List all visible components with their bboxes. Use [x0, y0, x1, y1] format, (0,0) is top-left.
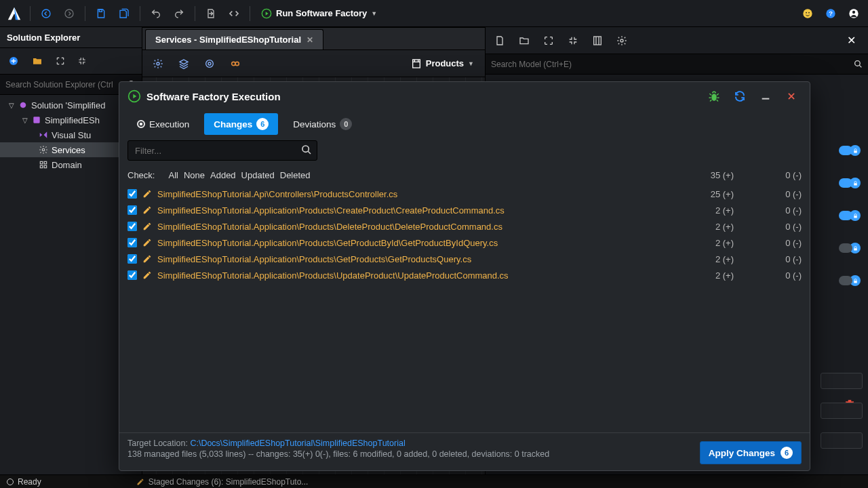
check-updated[interactable]: Updated	[241, 170, 275, 180]
tab-execution[interactable]: Execution	[127, 113, 199, 135]
status-ready: Ready	[0, 477, 48, 487]
code-icon[interactable]	[224, 3, 244, 24]
solution-search-input[interactable]	[5, 80, 127, 89]
forward-icon[interactable]	[59, 3, 79, 24]
file-row[interactable]: SimplifiedEShopTutorial.Application\Prod…	[119, 235, 810, 251]
stop-icon	[137, 120, 145, 128]
svg-point-27	[620, 39, 623, 42]
cloud-lock-icon[interactable]	[837, 142, 863, 159]
file-row[interactable]: SimplifiedEShopTutorial.Application\Prod…	[119, 202, 810, 218]
cloud-lock-icon[interactable]	[837, 240, 863, 256]
save-all-icon[interactable]	[114, 3, 134, 24]
model-search-input[interactable]	[491, 60, 854, 69]
removed-count: 0 (-)	[761, 238, 802, 248]
editor-tab[interactable]: Services - SimplifiedEShopTutorial ✕	[145, 29, 323, 49]
file-path[interactable]: SimplifiedEShopTutorial.Application\Prod…	[157, 254, 471, 264]
pencil-icon	[142, 222, 152, 231]
cloud-lock-icon[interactable]	[837, 175, 863, 191]
refresh-icon[interactable]	[730, 86, 750, 106]
caret-down-icon: ▼	[371, 10, 377, 17]
columns-icon[interactable]	[587, 30, 608, 51]
removed-count: 0 (-)	[761, 205, 802, 216]
software-factory-modal: Software Factory Execution Execution Cha…	[119, 81, 810, 471]
close-modal-icon[interactable]	[781, 86, 802, 106]
file-checkbox[interactable]	[127, 189, 137, 199]
undo-icon[interactable]	[146, 3, 166, 24]
gear-icon[interactable]	[146, 54, 170, 74]
layers-icon[interactable]	[172, 54, 195, 74]
svg-point-22	[208, 62, 211, 65]
collapse-all-icon[interactable]	[563, 30, 583, 51]
app-logo[interactable]	[4, 3, 24, 24]
folder-icon[interactable]	[514, 30, 534, 51]
empty-slot[interactable]	[821, 373, 863, 389]
tab-deviations[interactable]: Deviations0	[283, 113, 361, 135]
back-icon[interactable]	[36, 3, 56, 24]
svg-rect-25	[412, 60, 420, 68]
svg-rect-31	[854, 216, 857, 218]
minimize-icon[interactable]	[755, 86, 776, 106]
export-icon[interactable]	[201, 3, 221, 24]
scope-dropdown[interactable]: Products ▼	[404, 54, 481, 74]
svg-rect-32	[854, 248, 857, 250]
target-label: Target Location:	[127, 439, 190, 448]
file-icon[interactable]	[490, 30, 510, 51]
empty-slot[interactable]	[821, 403, 863, 419]
file-path[interactable]: SimplifiedEShopTutorial.Api\Controllers\…	[157, 189, 397, 199]
link-icon[interactable]	[224, 54, 247, 74]
file-checkbox[interactable]	[127, 254, 137, 264]
add-icon[interactable]	[8, 56, 19, 66]
file-checkbox[interactable]	[127, 205, 137, 215]
ring-icon[interactable]	[198, 54, 221, 74]
expand-all-icon[interactable]	[538, 30, 559, 51]
file-checkbox[interactable]	[127, 238, 137, 247]
collapse-icon[interactable]	[77, 56, 87, 66]
clear-icon[interactable]: ✕	[841, 30, 861, 51]
file-checkbox[interactable]	[127, 270, 137, 280]
user-icon[interactable]	[844, 3, 864, 24]
svg-point-4	[803, 9, 812, 18]
empty-slot[interactable]	[821, 432, 863, 449]
file-row[interactable]: SimplifiedEShopTutorial.Application\Prod…	[119, 267, 810, 283]
search-icon[interactable]	[301, 144, 312, 155]
svg-rect-17	[44, 161, 47, 164]
file-row[interactable]: SimplifiedEShopTutorial.Application\Prod…	[119, 251, 810, 267]
target-link[interactable]: C:\Docs\SimplifiedEShopTutorial\Simplifi…	[190, 439, 405, 448]
filter-input[interactable]	[127, 140, 317, 161]
close-tab-icon[interactable]: ✕	[307, 35, 313, 45]
help-icon[interactable]: ?	[821, 3, 841, 24]
bug-icon[interactable]	[704, 86, 724, 106]
open-folder-icon[interactable]	[31, 56, 43, 66]
cloud-lock-icon[interactable]	[837, 272, 863, 289]
file-path[interactable]: SimplifiedEShopTutorial.Application\Prod…	[157, 222, 502, 232]
search-icon[interactable]	[854, 60, 863, 68]
file-path[interactable]: SimplifiedEShopTutorial.Application\Prod…	[157, 238, 498, 248]
apply-changes-button[interactable]: Apply Changes 6	[700, 441, 802, 464]
check-all[interactable]: All	[168, 170, 178, 180]
file-row[interactable]: SimplifiedEShopTutorial.Api\Controllers\…	[119, 186, 810, 202]
run-button[interactable]: Run Software Factory ▼	[256, 3, 382, 24]
tab-changes[interactable]: Changes6	[204, 113, 278, 135]
added-count: 2 (+)	[693, 222, 734, 232]
total-added: 35 (+)	[693, 170, 734, 180]
file-path[interactable]: SimplifiedEShopTutorial.Application\Prod…	[157, 205, 505, 216]
removed-count: 0 (-)	[761, 254, 802, 264]
save-icon[interactable]	[91, 3, 111, 24]
expand-icon[interactable]	[56, 56, 65, 66]
file-path[interactable]: SimplifiedEShopTutorial.Application\Prod…	[157, 270, 509, 281]
file-row[interactable]: SimplifiedEShopTutorial.Application\Prod…	[119, 218, 810, 235]
check-deleted[interactable]: Deleted	[280, 170, 311, 180]
cloud-lock-icon[interactable]	[837, 207, 863, 224]
modal-header: Software Factory Execution	[119, 82, 810, 110]
redo-icon[interactable]	[169, 3, 189, 24]
svg-rect-2	[99, 9, 102, 12]
panel-toolbar	[0, 47, 142, 75]
svg-rect-30	[854, 183, 857, 185]
settings-icon[interactable]	[612, 30, 632, 51]
check-none[interactable]: None	[184, 170, 205, 180]
smile-icon[interactable]	[797, 3, 818, 24]
file-checkbox[interactable]	[127, 222, 137, 231]
check-added[interactable]: Added	[210, 170, 236, 180]
svg-point-37	[302, 146, 309, 152]
status-staged[interactable]: Staged Changes (6): SimplifiedEShopTuto.…	[130, 477, 315, 487]
